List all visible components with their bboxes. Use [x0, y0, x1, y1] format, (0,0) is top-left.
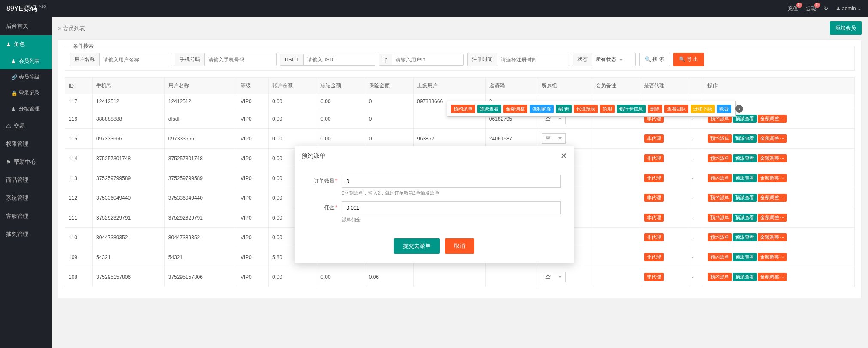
- row-action-button[interactable]: 金额调整 ···: [758, 134, 787, 143]
- row-action-button[interactable]: 金额调整 ···: [758, 194, 787, 202]
- toolbar-action-button[interactable]: 强制解冻: [530, 105, 554, 113]
- search-button[interactable]: 🔍 搜 索: [639, 53, 670, 66]
- toolbar-action-button[interactable]: 删除: [648, 105, 662, 113]
- row-action-button[interactable]: 预派查看: [733, 154, 757, 162]
- row-action-button[interactable]: 金额调整 ···: [758, 233, 787, 241]
- row-action-button[interactable]: 预派查看: [733, 174, 757, 182]
- toolbar-close-icon[interactable]: ›: [735, 105, 743, 113]
- row-action-button[interactable]: 预派查看: [733, 134, 757, 143]
- status-select[interactable]: 所有状态: [592, 53, 635, 66]
- cell-actions: 预约派单预派查看金额调整 ···: [704, 129, 854, 149]
- sidebar-item-label: 权限管理: [6, 140, 28, 148]
- agent-badge: 非代理: [644, 194, 664, 202]
- toolbar-action-button[interactable]: 账变: [717, 105, 731, 113]
- toolbar-action-button[interactable]: 金额调整: [503, 105, 527, 113]
- cell-frozen: 0.00: [317, 129, 365, 149]
- sidebar-item-2[interactable]: ♟会员列表: [0, 53, 52, 69]
- row-action-button[interactable]: 预派查看: [733, 214, 757, 222]
- commission-hint: 派单佣金: [342, 217, 561, 223]
- row-action-button[interactable]: 预派查看: [733, 194, 757, 202]
- export-button[interactable]: 🔍 导 出: [673, 53, 704, 66]
- sidebar-item-1[interactable]: ♟角色: [0, 35, 52, 53]
- regtime-input[interactable]: [497, 53, 569, 66]
- row-action-button[interactable]: 金额调整 ···: [758, 154, 787, 162]
- sidebar-item-3[interactable]: 🔗会员等级: [0, 69, 52, 85]
- row-action-button[interactable]: 预约派单: [708, 233, 732, 241]
- sidebar-item-4[interactable]: 🔒登录记录: [0, 85, 52, 101]
- table-row: 115097333666097333666VIP00.000.000963852…: [65, 129, 855, 149]
- cell-ins: 0.06: [365, 267, 413, 287]
- toolbar-action-button[interactable]: 查看团队: [664, 105, 688, 113]
- row-action-button[interactable]: 预派查看: [733, 233, 757, 241]
- row-action-button[interactable]: 预约派单: [708, 134, 732, 143]
- sidebar-item-12[interactable]: 抽奖管理: [0, 225, 52, 243]
- sidebar-item-9[interactable]: 商品管理: [0, 171, 52, 189]
- cell-user: 54321: [164, 247, 237, 267]
- ip-input[interactable]: [392, 54, 463, 65]
- add-member-button[interactable]: 添加会员: [830, 21, 862, 35]
- cell-level: VIP0: [237, 247, 268, 267]
- group-select[interactable]: 空: [542, 133, 566, 144]
- username-input[interactable]: [100, 53, 171, 66]
- sidebar-item-6[interactable]: ⚖交易: [0, 117, 52, 135]
- group-select[interactable]: 空: [542, 272, 566, 282]
- commission-input[interactable]: [342, 201, 561, 214]
- usdt-input[interactable]: [304, 54, 375, 65]
- sidebar-item-11[interactable]: 客服管理: [0, 207, 52, 225]
- cell-frozen: 0.00: [317, 267, 365, 287]
- row-action-button[interactable]: 预派查看: [733, 273, 757, 281]
- user-menu[interactable]: ♟ admin ⌄: [836, 6, 862, 12]
- toolbar-action-button[interactable]: 预约派单: [451, 105, 475, 113]
- row-action-button[interactable]: 预约派单: [708, 194, 732, 202]
- submit-button[interactable]: 提交去派单: [394, 238, 440, 254]
- sidebar-item-7[interactable]: 权限管理: [0, 135, 52, 153]
- link-icon: 🔗: [11, 74, 16, 80]
- close-icon[interactable]: ✕: [560, 151, 567, 161]
- cell-agent: 非代理: [640, 228, 688, 247]
- row-action-button[interactable]: 预约派单: [708, 273, 732, 281]
- row-action-button[interactable]: 预约派单: [708, 154, 732, 162]
- search-legend: 条件搜索: [70, 43, 96, 50]
- cell-phone: 375257301748: [93, 149, 165, 168]
- sidebar-item-0[interactable]: 后台首页: [0, 17, 52, 35]
- toolbar-action-button[interactable]: 预派查看: [477, 105, 501, 113]
- row-action-toolbar: 预约派单预派查看金额调整强制解冻编 辑代理报表禁用银行卡信息删除查看团队迁移下级…: [447, 101, 736, 117]
- row-action-button[interactable]: 预约派单: [708, 174, 732, 182]
- column-header: 上级用户: [414, 78, 486, 94]
- toolbar-action-button[interactable]: 银行卡信息: [617, 105, 646, 113]
- toolbar-action-button[interactable]: 代理报表: [574, 105, 598, 113]
- withdraw-link[interactable]: 提现 0: [806, 5, 816, 12]
- cell-sup: [414, 267, 486, 287]
- row-action-button[interactable]: 金额调整 ···: [758, 214, 787, 222]
- cell-phone: 80447389352: [93, 228, 165, 247]
- toolbar-action-button[interactable]: 编 辑: [556, 105, 572, 113]
- row-action-button[interactable]: 金额调整 ···: [758, 253, 787, 261]
- cell-level: VIP0: [237, 94, 268, 109]
- sidebar-item-10[interactable]: 系统管理: [0, 189, 52, 207]
- toolbar-action-button[interactable]: 禁用: [600, 105, 615, 113]
- phone-input[interactable]: [205, 53, 276, 66]
- refresh-icon[interactable]: ↻: [824, 6, 828, 12]
- sidebar-item-label: 角色: [14, 40, 25, 48]
- cell-remark: [592, 149, 640, 168]
- recharge-link[interactable]: 充值 0: [788, 5, 798, 12]
- column-header: [688, 78, 704, 94]
- cell-level: VIP0: [237, 228, 268, 247]
- column-header: 保险金额: [365, 78, 413, 94]
- row-action-button[interactable]: 金额调整 ···: [758, 174, 787, 182]
- sidebar-item-8[interactable]: ⚑帮助中心: [0, 153, 52, 171]
- row-action-button[interactable]: 预派查看: [733, 253, 757, 261]
- cancel-button[interactable]: 取消: [445, 238, 474, 254]
- row-action-button[interactable]: 预派查看: [733, 115, 757, 123]
- cell-remark: [592, 188, 640, 208]
- row-action-button[interactable]: 金额调整 ···: [758, 115, 787, 123]
- column-header: 等级: [237, 78, 268, 94]
- row-action-button[interactable]: 预约派单: [708, 214, 732, 222]
- toolbar-action-button[interactable]: 迁移下级: [691, 105, 715, 113]
- sidebar-item-5[interactable]: ♟分组管理: [0, 101, 52, 117]
- row-action-button[interactable]: 预约派单: [708, 253, 732, 261]
- row-action-button[interactable]: 金额调整 ···: [758, 273, 787, 281]
- cell-phone: 375336049440: [93, 188, 165, 208]
- order-qty-input[interactable]: [342, 175, 561, 188]
- column-header: 是否代理: [640, 78, 688, 94]
